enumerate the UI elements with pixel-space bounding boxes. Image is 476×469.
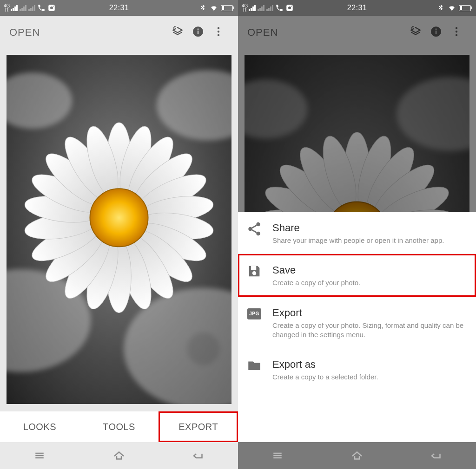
sheet-share[interactable]: Share Share your image with people or op… xyxy=(238,212,476,254)
svg-point-7 xyxy=(218,31,219,33)
signal-2-icon xyxy=(258,5,264,11)
system-navbar xyxy=(238,442,476,469)
signal-1-icon xyxy=(11,5,18,11)
nav-recent-button[interactable] xyxy=(238,442,317,469)
svg-point-40 xyxy=(288,7,291,9)
more-button[interactable] xyxy=(446,26,467,39)
app-header: OPEN xyxy=(0,16,238,49)
svg-point-41 xyxy=(291,6,292,7)
svg-point-45 xyxy=(456,27,457,29)
info-button[interactable] xyxy=(426,26,446,39)
svg-point-2 xyxy=(53,6,54,7)
nav-back-button[interactable] xyxy=(397,442,476,469)
open-button[interactable]: OPEN xyxy=(247,26,405,39)
battery-icon xyxy=(459,5,472,11)
wifi-icon xyxy=(448,4,456,12)
svg-rect-4 xyxy=(198,31,198,34)
camera-icon xyxy=(285,4,294,12)
svg-point-78 xyxy=(248,227,252,231)
network-label: 4G R xyxy=(242,4,247,12)
system-navbar xyxy=(0,442,238,469)
status-time: 22:31 xyxy=(347,4,367,12)
export-desc: Create a copy of your photo. Sizing, for… xyxy=(272,321,468,340)
more-button[interactable] xyxy=(208,26,229,39)
svg-rect-5 xyxy=(198,29,198,30)
tab-tools[interactable]: TOOLS xyxy=(79,411,159,442)
save-desc: Create a copy of your photo. xyxy=(272,278,468,287)
sheet-save[interactable]: Save Create a copy of your photo. xyxy=(238,254,476,296)
nav-recent-button[interactable] xyxy=(0,442,79,469)
exportas-desc: Create a copy to a selected folder. xyxy=(272,372,468,382)
svg-point-46 xyxy=(456,31,457,33)
phone-right: 4G R 22:31 OPEN xyxy=(238,0,476,469)
export-title: Export xyxy=(272,307,468,319)
layers-undo-button[interactable] xyxy=(167,26,188,39)
svg-rect-80 xyxy=(251,266,256,270)
svg-point-14 xyxy=(187,332,220,365)
bottom-tabs: LOOKS TOOLS EXPORT xyxy=(0,411,238,442)
tab-looks[interactable]: LOOKS xyxy=(0,411,79,442)
phone-icon xyxy=(37,4,46,12)
svg-point-77 xyxy=(256,222,260,227)
bluetooth-icon xyxy=(198,4,207,12)
phone-icon xyxy=(275,4,284,12)
photo-area xyxy=(0,49,238,411)
svg-rect-43 xyxy=(436,31,436,34)
sheet-export-as[interactable]: Export as Create a copy to a selected fo… xyxy=(238,348,476,390)
wifi-icon xyxy=(210,4,218,12)
nav-back-button[interactable] xyxy=(159,442,238,469)
info-button[interactable] xyxy=(188,26,208,39)
signal-1-icon xyxy=(249,5,256,11)
export-sheet: Share Share your image with people or op… xyxy=(238,212,476,442)
signal-2-icon xyxy=(20,5,26,11)
status-bar: 4G R 22:31 xyxy=(238,0,476,16)
folder-icon xyxy=(246,358,262,373)
share-icon xyxy=(246,221,262,237)
battery-icon xyxy=(221,5,234,11)
svg-point-6 xyxy=(218,27,219,29)
save-title: Save xyxy=(272,264,468,276)
status-bar: 4G R 22:31 xyxy=(0,0,238,16)
jpg-icon: JPG xyxy=(246,306,262,322)
share-desc: Share your image with people or open it … xyxy=(272,236,468,245)
phone-left: 4G R 22:31 OPEN xyxy=(0,0,238,469)
svg-point-47 xyxy=(456,34,457,36)
exportas-title: Export as xyxy=(272,358,468,371)
open-button[interactable]: OPEN xyxy=(9,26,167,39)
signal-3-icon xyxy=(266,5,273,11)
nav-home-button[interactable] xyxy=(317,442,397,469)
bluetooth-icon xyxy=(436,4,445,12)
tab-export[interactable]: EXPORT xyxy=(159,411,238,442)
signal-3-icon xyxy=(28,5,35,11)
photo-preview[interactable] xyxy=(7,55,231,404)
app-header: OPEN xyxy=(238,16,476,49)
camera-icon xyxy=(47,4,56,12)
network-label: 4G R xyxy=(4,4,9,12)
layers-undo-button[interactable] xyxy=(405,26,426,39)
svg-point-79 xyxy=(256,232,260,236)
nav-home-button[interactable] xyxy=(79,442,159,469)
svg-point-81 xyxy=(252,271,257,275)
svg-point-1 xyxy=(50,7,53,9)
save-icon xyxy=(246,263,262,279)
svg-rect-44 xyxy=(436,29,436,30)
status-time: 22:31 xyxy=(109,4,129,12)
svg-point-8 xyxy=(218,34,219,36)
share-title: Share xyxy=(272,222,468,234)
sheet-export[interactable]: JPG Export Create a copy of your photo. … xyxy=(238,297,476,349)
